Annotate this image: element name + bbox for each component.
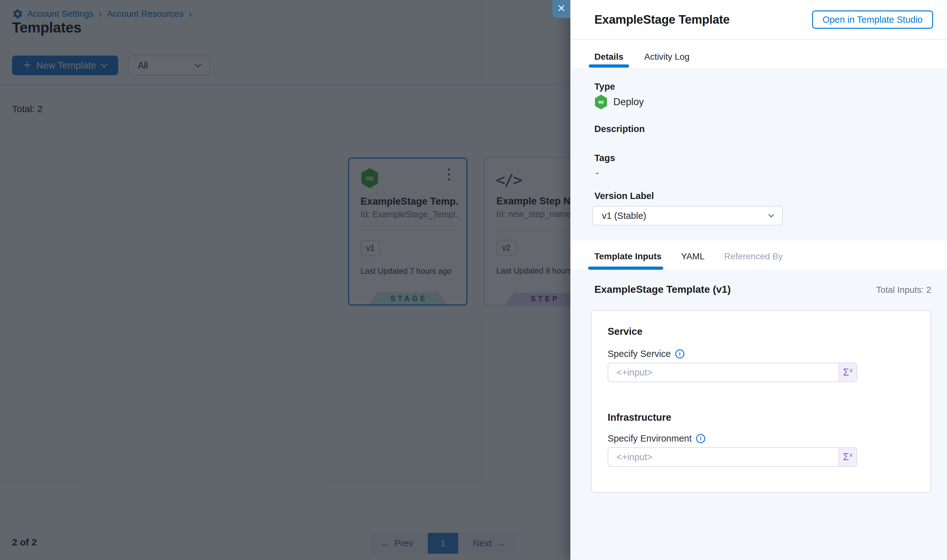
drawer-tabbar: Details Activity Log xyxy=(570,40,947,68)
specify-environment-label: Specify Environment xyxy=(608,433,692,444)
close-drawer-button[interactable]: × xyxy=(552,0,570,18)
infinity-glyph: ∞ xyxy=(598,98,604,106)
infrastructure-section-title: Infrastructure xyxy=(608,412,671,423)
templates-page-screen: Account Settings › Account Resources › T… xyxy=(0,0,947,560)
type-value: Deploy xyxy=(613,96,644,108)
input-type-selector-icon[interactable]: Σx xyxy=(838,363,857,382)
version-select[interactable]: v1 (Stable) xyxy=(593,206,783,226)
specify-environment-label-row: Specify Environment i xyxy=(608,433,705,444)
tab-template-inputs[interactable]: Template Inputs xyxy=(594,241,662,270)
sigma-glyph: Σ xyxy=(843,451,849,463)
tags-value: - xyxy=(596,168,599,178)
chevron-down-icon xyxy=(768,212,774,217)
type-value-row: ∞ Deploy xyxy=(594,95,644,109)
description-label: Description xyxy=(594,124,645,134)
sigma-sup-glyph: x xyxy=(850,367,853,374)
tab-details[interactable]: Details xyxy=(594,40,624,68)
active-tab-underline xyxy=(588,266,663,270)
template-inputs-card: Service Specify Service i Σx Infrastruct… xyxy=(591,310,931,493)
environment-input[interactable] xyxy=(608,448,838,466)
service-input-group: Σx xyxy=(608,363,857,382)
version-select-value: v1 (Stable) xyxy=(602,211,646,221)
tab-activity-log[interactable]: Activity Log xyxy=(644,40,690,68)
template-inputs-panel: ExampleStage Template (v1) Total Inputs:… xyxy=(570,270,947,560)
type-label: Type xyxy=(594,82,615,92)
input-type-selector-icon[interactable]: Σx xyxy=(838,448,857,466)
specify-service-label-row: Specify Service i xyxy=(608,349,684,359)
tab-yaml[interactable]: YAML xyxy=(681,241,705,270)
environment-input-group: Σx xyxy=(608,447,857,467)
info-icon[interactable]: i xyxy=(675,349,684,358)
drawer-header: ExampleStage Template Open in Template S… xyxy=(570,0,947,40)
info-icon[interactable]: i xyxy=(696,434,705,443)
deploy-hexagon-icon: ∞ xyxy=(594,95,608,109)
active-tab-underline xyxy=(589,65,629,68)
service-section-title: Service xyxy=(608,326,642,337)
details-panel: Type ∞ Deploy Description Tags - Version… xyxy=(570,68,947,241)
template-inputs-header: ExampleStage Template (v1) Total Inputs:… xyxy=(594,284,931,295)
drawer-title: ExampleStage Template xyxy=(594,13,730,26)
specify-service-label: Specify Service xyxy=(608,349,671,359)
sigma-glyph: Σ xyxy=(843,367,849,378)
close-icon: × xyxy=(557,2,565,15)
open-in-template-studio-button[interactable]: Open in Template Studio xyxy=(812,11,933,29)
tab-referenced-by[interactable]: Referenced By xyxy=(724,241,783,270)
sigma-sup-glyph: x xyxy=(850,451,853,458)
drawer-subtabbar: Template Inputs YAML Referenced By xyxy=(570,241,947,270)
total-inputs-count: Total Inputs: 2 xyxy=(876,285,931,295)
template-details-drawer: × ExampleStage Template Open in Template… xyxy=(570,0,947,560)
tags-label: Tags xyxy=(594,153,615,163)
version-label: Version Label xyxy=(594,191,654,201)
service-input[interactable] xyxy=(608,363,838,382)
template-inputs-heading: ExampleStage Template (v1) xyxy=(594,284,731,295)
